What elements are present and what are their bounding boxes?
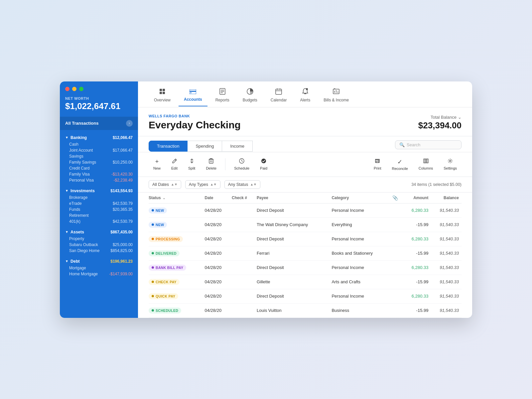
- nav-alerts[interactable]: Alerts: [295, 85, 316, 107]
- filter-types[interactable]: Any Types ▲▼: [185, 180, 220, 189]
- sidebar-item-property[interactable]: Property: [60, 236, 138, 242]
- sidebar-item-credit-card[interactable]: Credit Card: [60, 165, 138, 171]
- table-row[interactable]: PROCESSING 04/28/20 Direct Deposit Perso…: [149, 232, 462, 246]
- tab-spending[interactable]: Spending: [188, 141, 222, 152]
- filter-dates[interactable]: All Dates ▲▼: [149, 180, 181, 189]
- top-nav: Overview Accounts Reports Budgets: [138, 81, 472, 107]
- sidebar-item-cash[interactable]: Cash: [60, 141, 138, 147]
- minimize-button[interactable]: [72, 87, 76, 91]
- table-row[interactable]: NEW 04/28/20 The Walt Disney Company Eve…: [149, 217, 462, 232]
- sidebar-item-family-visa[interactable]: Family Visa -$13,420.30: [60, 171, 138, 177]
- reports-icon: [219, 88, 225, 96]
- col-date[interactable]: Date: [205, 193, 232, 203]
- sidebar-item-funds[interactable]: Funds $20,365.35: [60, 206, 138, 212]
- section-total-investments: $143,554.93: [110, 189, 133, 193]
- cell-amount: -15.99: [404, 217, 431, 232]
- sidebar-item-etrade[interactable]: eTrade $42,530.79: [60, 200, 138, 206]
- status-badge: CHECK PAY: [149, 279, 180, 285]
- cell-clip: [392, 232, 404, 246]
- sidebar-item-401k[interactable]: 401(k) $42,530.79: [60, 218, 138, 224]
- maximize-button[interactable]: [79, 87, 83, 91]
- split-button[interactable]: Split: [184, 156, 200, 172]
- print-button[interactable]: Print: [369, 156, 386, 173]
- delete-button[interactable]: Delete: [201, 156, 221, 172]
- col-balance[interactable]: Balance: [431, 193, 462, 203]
- section-header-debt[interactable]: ▼ Debt $196,961.23: [60, 258, 138, 265]
- cell-status: QUICK PAY: [149, 289, 205, 303]
- sidebar-item-retirement[interactable]: Retirement: [60, 212, 138, 218]
- tabs-row: Transaction Spending Income 🔍 Search: [138, 136, 472, 152]
- cell-payee: Gillette: [257, 275, 332, 289]
- budgets-icon: [247, 88, 253, 96]
- cell-amount: 6,280.33: [404, 289, 431, 303]
- new-button[interactable]: + New: [149, 156, 165, 172]
- cell-clip: [392, 260, 404, 275]
- cell-balance: 91,540.33: [431, 260, 462, 275]
- nav-overview[interactable]: Overview: [149, 85, 176, 107]
- paid-button[interactable]: Paid: [255, 156, 272, 172]
- account-name: Everyday Checking: [149, 119, 241, 131]
- section-header-investments[interactable]: ▼ Investments $143,554.93: [60, 187, 138, 195]
- close-button[interactable]: [65, 87, 69, 91]
- nav-bills[interactable]: Bills & Income: [318, 85, 354, 107]
- sidebar-item-joint-account[interactable]: Joint Account $17,066.47: [60, 147, 138, 153]
- sidebar-item-family-savings[interactable]: Family Savings $10,250.00: [60, 159, 138, 165]
- settings-button[interactable]: Settings: [439, 156, 462, 173]
- filter-status[interactable]: Any Status ▲▼: [224, 180, 260, 189]
- status-badge: DELIVERED: [149, 250, 180, 256]
- table-row[interactable]: BANK BILL PAY 04/28/20 Direct Deposit Pe…: [149, 260, 462, 275]
- svg-rect-12: [276, 89, 282, 94]
- all-transactions[interactable]: All Transactions ›: [60, 117, 138, 130]
- table-row[interactable]: DELIVERED 04/28/20 Ferrari Books and Sta…: [149, 246, 462, 260]
- cell-category: Everything: [332, 217, 392, 232]
- cell-category: Personal Income: [332, 289, 392, 303]
- sidebar-item-savings[interactable]: Savings: [60, 153, 138, 159]
- edit-button[interactable]: Edit: [167, 156, 182, 172]
- split-icon: [189, 158, 195, 165]
- table-row[interactable]: NEW 04/28/20 Direct Deposit Personal Inc…: [149, 203, 462, 217]
- sidebar-item-mortgage[interactable]: Mortgage: [60, 265, 138, 271]
- cell-status: SCHEDULED: [149, 303, 205, 318]
- cell-balance: 91,540.33: [431, 275, 462, 289]
- cell-checknum: [232, 289, 257, 303]
- cell-date: 04/28/20: [205, 275, 232, 289]
- sidebar-item-home-mortgage[interactable]: Home Mortgage -$147,939.00: [60, 271, 138, 277]
- columns-button[interactable]: Columns: [414, 156, 438, 173]
- status-badge: BANK BILL PAY: [149, 265, 186, 271]
- reconcile-button[interactable]: ✓ Reconcile: [387, 156, 413, 173]
- cell-clip: [392, 203, 404, 217]
- tab-income[interactable]: Income: [222, 141, 253, 152]
- section-header-assets[interactable]: ▼ Assets $867,435.00: [60, 228, 138, 236]
- account-info: WELLS FARGO BANK Everyday Checking: [149, 114, 241, 131]
- sidebar-item-brokerage[interactable]: Brokerage: [60, 195, 138, 200]
- section-header-banking[interactable]: ▼ Banking $12,066.47: [60, 134, 138, 141]
- col-amount[interactable]: Amount: [404, 193, 431, 203]
- cell-category: Personal Income: [332, 260, 392, 275]
- svg-point-17: [306, 88, 308, 90]
- nav-budgets[interactable]: Budgets: [237, 85, 263, 107]
- sidebar-item-subaru[interactable]: Subaru Outback $25,000.00: [60, 242, 138, 248]
- cell-status: PROCESSING: [149, 232, 205, 246]
- schedule-button[interactable]: Schedule: [229, 156, 254, 172]
- cell-payee: Direct Deposit: [257, 289, 332, 303]
- svg-point-33: [261, 159, 266, 163]
- sidebar-item-personal-visa[interactable]: Personal Visa -$2,238.49: [60, 177, 138, 183]
- status-sort-icon[interactable]: ⌄: [163, 196, 165, 200]
- nav-accounts[interactable]: Accounts: [179, 86, 207, 106]
- nav-calendar[interactable]: Calendar: [265, 85, 292, 107]
- cell-clip: [392, 217, 404, 232]
- col-payee[interactable]: Payee: [257, 193, 332, 203]
- table-row[interactable]: CHECK PAY 04/28/20 Gillette Arts and Cra…: [149, 275, 462, 289]
- search-box[interactable]: 🔍 Search: [395, 140, 462, 149]
- nav-reports[interactable]: Reports: [210, 85, 235, 107]
- table-row[interactable]: SCHEDULED 04/28/20 Louis Vuitton Busines…: [149, 303, 462, 318]
- col-category[interactable]: Category: [332, 193, 392, 203]
- col-checknum[interactable]: Check #: [232, 193, 257, 203]
- status-badge: NEW: [149, 222, 167, 228]
- tab-transaction[interactable]: Transaction: [149, 141, 188, 152]
- cell-amount: 6,280.33: [404, 203, 431, 217]
- table-row[interactable]: QUICK PAY 04/28/20 Direct Deposit Person…: [149, 289, 462, 303]
- sidebar-item-san-diego-home[interactable]: San Diego Home $854,825.00: [60, 248, 138, 254]
- section-title-banking: ▼ Banking: [65, 135, 87, 140]
- cell-balance: 91,540.33: [431, 203, 462, 217]
